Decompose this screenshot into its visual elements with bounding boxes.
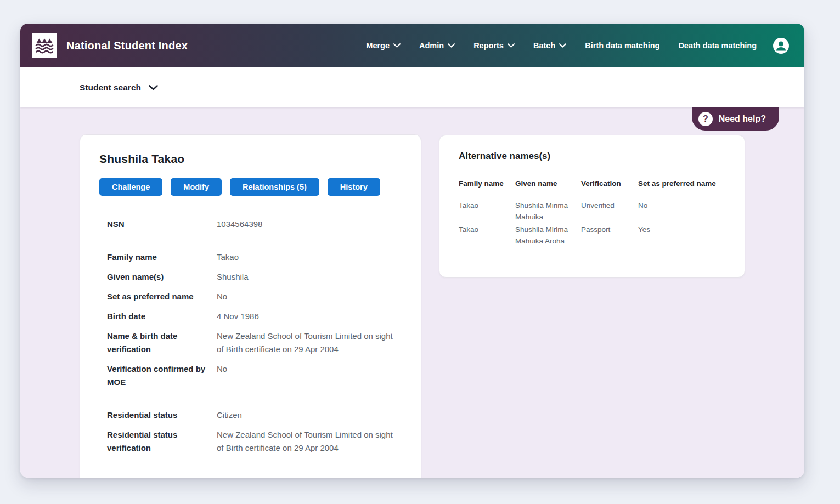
student-actions: ChallengeModifyRelationships (5)History	[99, 178, 399, 196]
col-set-as-preferred: Set as preferred name	[638, 179, 728, 188]
student-search-dropdown[interactable]: Student search	[80, 83, 158, 93]
nav-item-admin[interactable]: Admin	[419, 41, 455, 50]
cell-given-name: Shushila Mirima Mahuika Aroha	[515, 224, 581, 247]
field-row: Name & birth date verification New Zeala…	[107, 330, 399, 356]
nav-item-label: Batch	[533, 41, 555, 50]
cell-given-name: Shushila Mirima Mahuika	[515, 200, 581, 223]
table-body: Takao Shushila Mirima Mahuika Unverified…	[459, 200, 728, 247]
need-help-label: Need help?	[719, 114, 766, 124]
field-row: Verification confirmed by MOE No	[107, 363, 399, 389]
nav-item-label: Birth data matching	[585, 41, 659, 50]
cell-set-as-preferred: Yes	[638, 224, 728, 247]
relationships-5-button[interactable]: Relationships (5)	[230, 178, 319, 196]
field-value: Shushila	[217, 270, 399, 284]
nav-item-batch[interactable]: Batch	[533, 41, 566, 50]
nav-item-death-data-matching[interactable]: Death data matching	[678, 41, 757, 50]
field-label: Name & birth date verification	[107, 330, 217, 356]
field-row: Family name Takao	[107, 251, 399, 264]
field-value: No	[217, 290, 399, 303]
field-value: New Zealand School of Tourism Limited on…	[217, 428, 399, 455]
history-button[interactable]: History	[328, 178, 380, 196]
table-header-row: Family name Given name Verification Set …	[459, 179, 728, 188]
section-divider	[99, 399, 394, 399]
cell-set-as-preferred: No	[638, 200, 728, 223]
content-area: ? Need help? Shushila Takao ChallengeMod…	[20, 107, 804, 478]
field-row: Birth date 4 Nov 1986	[107, 310, 399, 323]
field-label: Given name(s)	[107, 270, 217, 284]
need-help-button[interactable]: ? Need help?	[692, 107, 779, 131]
field-label: NSN	[107, 218, 217, 231]
ministry-logo-icon	[32, 33, 57, 58]
field-value: 1034564398	[217, 218, 399, 231]
field-label: Birth date	[107, 310, 217, 323]
field-row: Set as preferred name No	[107, 290, 399, 303]
cell-verification: Unverified	[581, 200, 638, 223]
chevron-down-icon	[448, 43, 455, 48]
field-label: Family name	[107, 251, 217, 264]
field-row: Given name(s) Shushila	[107, 270, 399, 284]
col-verification: Verification	[581, 179, 638, 188]
nav-item-label: Merge	[366, 41, 390, 50]
user-avatar-icon	[773, 38, 789, 54]
field-value: New Zealand School of Tourism Limited on…	[217, 330, 399, 356]
alternative-names-card: Alternative names(s) Family name Given n…	[439, 135, 745, 278]
nav-item-reports[interactable]: Reports	[473, 41, 515, 50]
field-value: 4 Nov 1986	[217, 310, 399, 323]
nav-item-merge[interactable]: Merge	[366, 41, 401, 50]
alternative-names-table: Family name Given name Verification Set …	[459, 179, 728, 247]
user-account-button[interactable]	[773, 38, 789, 54]
section-divider	[99, 241, 394, 241]
cell-family-name: Takao	[459, 224, 515, 247]
field-row: Residential status Citizen	[107, 409, 399, 422]
col-given-name: Given name	[515, 179, 581, 188]
nav-item-label: Reports	[473, 41, 504, 50]
cell-family-name: Takao	[459, 200, 515, 223]
cell-verification: Passport	[581, 224, 638, 247]
field-value: No	[217, 363, 399, 376]
chevron-down-icon	[559, 43, 566, 48]
subnav-bar: Student search	[20, 67, 804, 107]
nav-menu: Merge Admin Reports Batch Birth data mat…	[366, 41, 757, 50]
field-value: Citizen	[217, 409, 399, 422]
top-navbar: National Student Index Merge Admin Repor…	[20, 24, 804, 67]
alternative-names-title: Alternative names(s)	[459, 151, 728, 162]
field-label: Set as preferred name	[107, 290, 217, 303]
chevron-down-icon	[149, 85, 158, 90]
field-row: Residential status verification New Zeal…	[107, 428, 399, 455]
chevron-down-icon	[508, 43, 515, 48]
student-fields: NSN 1034564398 Family name Takao Given n…	[99, 218, 399, 455]
modify-button[interactable]: Modify	[171, 178, 222, 196]
field-label: Residential status	[107, 409, 217, 422]
table-row: Takao Shushila Mirima Mahuika Aroha Pass…	[459, 224, 728, 247]
app-title: National Student Index	[66, 39, 188, 52]
chevron-down-icon	[393, 43, 401, 48]
field-label: Residential status verification	[107, 428, 217, 455]
nav-item-label: Death data matching	[678, 41, 757, 50]
brand-home-link[interactable]: National Student Index	[32, 33, 188, 58]
nav-item-label: Admin	[419, 41, 444, 50]
challenge-button[interactable]: Challenge	[99, 178, 162, 196]
field-label: Verification confirmed by MOE	[107, 363, 217, 389]
field-value: Takao	[217, 251, 399, 264]
question-mark-icon: ?	[698, 112, 713, 126]
table-row: Takao Shushila Mirima Mahuika Unverified…	[459, 200, 728, 223]
app-window: National Student Index Merge Admin Repor…	[20, 24, 804, 478]
student-detail-card: Shushila Takao ChallengeModifyRelationsh…	[80, 134, 421, 478]
student-search-label: Student search	[80, 83, 141, 93]
col-family-name: Family name	[459, 179, 515, 188]
field-row: NSN 1034564398	[107, 218, 399, 231]
nav-item-birth-data-matching[interactable]: Birth data matching	[585, 41, 659, 50]
student-name-heading: Shushila Takao	[99, 152, 399, 166]
